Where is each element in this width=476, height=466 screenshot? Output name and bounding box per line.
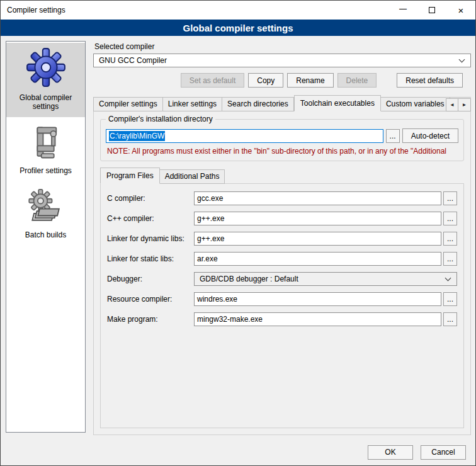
window-controls: — × bbox=[388, 1, 475, 20]
field-row: Debugger: GDB/CDB debugger : Default bbox=[107, 272, 457, 286]
field-row: Linker for static libs: ar.exe ... bbox=[107, 252, 457, 266]
chevron-down-icon bbox=[459, 57, 465, 63]
make-program-browse-button[interactable]: ... bbox=[443, 312, 457, 326]
program-files-tabbar: Program Files Additional Paths bbox=[100, 168, 464, 184]
profiler-tool-icon bbox=[28, 123, 64, 161]
installation-directory-note: NOTE: All programs must exist either in … bbox=[107, 147, 457, 156]
debugger-value: GDB/CDB debugger : Default bbox=[200, 275, 446, 283]
field-row: Resource compiler: windres.exe ... bbox=[107, 292, 457, 306]
cpp-compiler-value: g++.exe bbox=[197, 214, 224, 223]
rename-button[interactable]: Rename bbox=[287, 73, 333, 88]
sidebar-item-batch-builds[interactable]: Batch builds bbox=[6, 184, 85, 246]
installation-directory-browse-button[interactable]: ... bbox=[386, 129, 400, 143]
field-row: C compiler: gcc.exe ... bbox=[107, 191, 457, 205]
delete-button: Delete bbox=[337, 73, 377, 88]
sidebar-item-global-compiler-settings[interactable]: Global compiler settings bbox=[6, 43, 85, 117]
dialog-footer: OK Cancel bbox=[1, 439, 475, 465]
dialog-header-title: Global compiler settings bbox=[183, 23, 293, 33]
program-files-panel: C compiler: gcc.exe ... C++ compiler: g+… bbox=[100, 183, 464, 428]
auto-detect-button[interactable]: Auto-detect bbox=[402, 128, 458, 143]
settings-tabbar: Compiler settings Linker settings Search… bbox=[93, 95, 471, 111]
selected-compiler-label: Selected compiler bbox=[94, 42, 471, 51]
static-linker-input[interactable]: ar.exe bbox=[194, 252, 441, 266]
dynamic-linker-label: Linker for dynamic libs: bbox=[107, 234, 194, 243]
static-linker-value: ar.exe bbox=[197, 254, 218, 263]
make-program-value: mingw32-make.exe bbox=[197, 315, 263, 324]
make-program-input[interactable]: mingw32-make.exe bbox=[194, 312, 441, 326]
installation-directory-group: Compiler's installation directory C:\ray… bbox=[100, 119, 464, 161]
installation-directory-group-title: Compiler's installation directory bbox=[106, 115, 215, 123]
c-compiler-value: gcc.exe bbox=[197, 194, 223, 203]
main-content: Selected compiler GNU GCC Compiler Set a… bbox=[92, 38, 471, 439]
make-program-label: Make program: bbox=[107, 315, 194, 324]
batch-builds-icon bbox=[28, 188, 64, 225]
tab-scroll-right-icon[interactable]: ► bbox=[458, 98, 471, 111]
cpp-compiler-label: C++ compiler: bbox=[107, 214, 194, 223]
sidebar: Global compiler settings bbox=[6, 41, 86, 433]
tab-additional-paths[interactable]: Additional Paths bbox=[160, 169, 225, 184]
tab-linker-settings[interactable]: Linker settings bbox=[163, 97, 222, 111]
toolchain-executables-panel: Compiler's installation directory C:\ray… bbox=[93, 111, 471, 435]
cpp-compiler-browse-button[interactable]: ... bbox=[443, 212, 457, 225]
chevron-down-icon bbox=[445, 275, 451, 281]
set-as-default-button: Set as default bbox=[181, 73, 244, 88]
selected-compiler-select[interactable]: GNU GCC Compiler bbox=[93, 54, 471, 67]
compiler-settings-window: Compiler settings — × Global compiler se… bbox=[0, 0, 476, 466]
tab-scroll-buttons: ◄ ► bbox=[446, 98, 471, 111]
tab-toolchain-executables[interactable]: Toolchain executables bbox=[294, 95, 381, 111]
tabstrip: Compiler settings Linker settings Search… bbox=[93, 95, 471, 111]
maximize-icon bbox=[429, 7, 435, 13]
field-row: Linker for dynamic libs: g++.exe ... bbox=[107, 232, 457, 246]
sidebar-item-label: Global compiler settings bbox=[8, 93, 83, 111]
c-compiler-browse-button[interactable]: ... bbox=[443, 191, 457, 205]
titlebar: Compiler settings — × bbox=[1, 1, 475, 20]
copy-button[interactable]: Copy bbox=[248, 73, 283, 88]
tab-search-directories[interactable]: Search directories bbox=[222, 97, 294, 111]
installation-directory-value: C:\raylib\MinGW bbox=[109, 131, 165, 141]
resource-compiler-input[interactable]: windres.exe bbox=[194, 292, 441, 306]
cancel-button[interactable]: Cancel bbox=[421, 445, 466, 460]
minimize-icon: — bbox=[399, 4, 407, 13]
reset-defaults-button[interactable]: Reset defaults bbox=[397, 73, 463, 88]
maximize-button[interactable] bbox=[417, 1, 446, 20]
tab-scroll-left-icon[interactable]: ◄ bbox=[446, 98, 458, 111]
static-linker-label: Linker for static libs: bbox=[107, 254, 194, 263]
debugger-select[interactable]: GDB/CDB debugger : Default bbox=[194, 272, 457, 286]
tab-program-files[interactable]: Program Files bbox=[100, 168, 160, 184]
dialog-header: Global compiler settings bbox=[1, 20, 475, 36]
tab-compiler-settings[interactable]: Compiler settings bbox=[93, 97, 163, 111]
subtabstrip: Program Files Additional Paths bbox=[100, 168, 464, 184]
resource-compiler-value: windres.exe bbox=[197, 295, 237, 304]
minimize-button[interactable]: — bbox=[388, 1, 417, 20]
c-compiler-input[interactable]: gcc.exe bbox=[194, 191, 441, 205]
static-linker-browse-button[interactable]: ... bbox=[443, 252, 457, 266]
gear-icon bbox=[25, 47, 67, 88]
close-button[interactable]: × bbox=[446, 1, 475, 20]
resource-compiler-label: Resource compiler: bbox=[107, 295, 194, 304]
dynamic-linker-input[interactable]: g++.exe bbox=[194, 232, 441, 246]
dynamic-linker-browse-button[interactable]: ... bbox=[443, 232, 457, 246]
dynamic-linker-value: g++.exe bbox=[197, 234, 224, 243]
sidebar-item-label: Profiler settings bbox=[20, 166, 72, 175]
installation-directory-row: C:\raylib\MinGW ... Auto-detect bbox=[106, 128, 458, 143]
compiler-buttons-row: Set as default Copy Rename Delete Reset … bbox=[93, 73, 471, 88]
debugger-label: Debugger: bbox=[107, 275, 194, 283]
field-row: C++ compiler: g++.exe ... bbox=[107, 212, 457, 225]
selected-compiler-value: GNU GCC Compiler bbox=[99, 56, 460, 65]
field-row: Make program: mingw32-make.exe ... bbox=[107, 312, 457, 326]
sidebar-item-label: Batch builds bbox=[25, 230, 66, 239]
resource-compiler-browse-button[interactable]: ... bbox=[443, 292, 457, 306]
close-icon: × bbox=[458, 5, 464, 16]
sidebar-item-profiler-settings[interactable]: Profiler settings bbox=[6, 120, 85, 181]
tab-custom-variables[interactable]: Custom variables bbox=[381, 97, 450, 111]
ok-button[interactable]: OK bbox=[368, 445, 413, 460]
c-compiler-label: C compiler: bbox=[107, 194, 194, 203]
window-title: Compiler settings bbox=[1, 6, 388, 14]
installation-directory-input[interactable]: C:\raylib\MinGW bbox=[106, 129, 383, 143]
cpp-compiler-input[interactable]: g++.exe bbox=[194, 212, 441, 225]
